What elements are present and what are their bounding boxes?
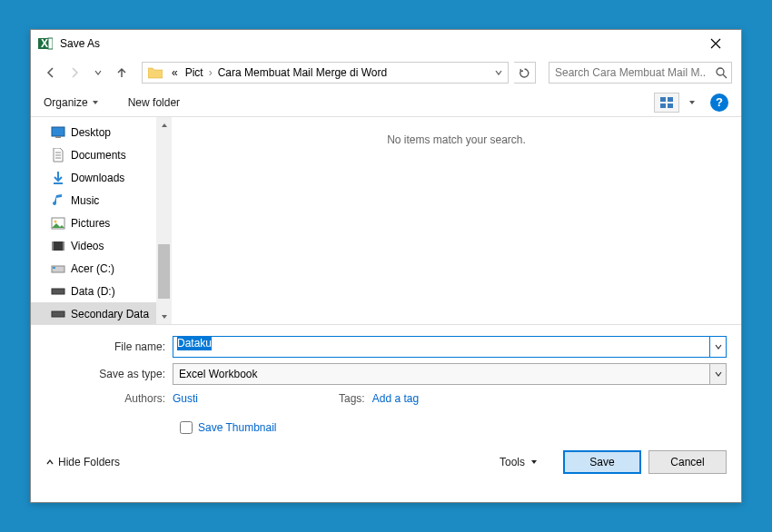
svg-rect-5 — [668, 97, 673, 102]
empty-message: No items match your search. — [387, 133, 526, 146]
tags-label: Tags: — [339, 392, 365, 405]
svg-rect-8 — [52, 127, 64, 136]
tree-label: Videos — [71, 240, 104, 252]
search-box[interactable] — [549, 62, 732, 84]
authors-value[interactable]: Gusti — [173, 392, 198, 405]
svg-rect-12 — [52, 241, 64, 251]
nav-tree[interactable]: Desktop Documents Downloads Music Pictur… — [31, 117, 172, 324]
documents-icon — [51, 148, 65, 163]
tree-item-music[interactable]: Music — [31, 189, 172, 212]
scroll-thumb[interactable] — [158, 244, 170, 299]
up-button[interactable] — [113, 64, 131, 82]
filename-input[interactable]: Dataku — [173, 336, 710, 358]
svg-rect-4 — [660, 97, 666, 102]
address-dropdown[interactable] — [490, 68, 508, 77]
help-button[interactable]: ? — [710, 94, 728, 112]
svg-point-11 — [54, 220, 57, 222]
tree-item-downloads[interactable]: Downloads — [31, 166, 172, 189]
footer: Hide Folders Tools Save Cancel — [31, 441, 741, 487]
tree-label: Acer (C:) — [71, 262, 114, 275]
tree-item-drive-d[interactable]: Data (D:) — [31, 280, 172, 302]
tools-label: Tools — [500, 456, 525, 468]
breadcrumb-folder[interactable]: Cara Membuat Mail Merge di Word — [214, 66, 391, 79]
scroll-down-button[interactable] — [156, 309, 172, 324]
refresh-button[interactable] — [514, 62, 536, 84]
svg-rect-18 — [52, 311, 64, 317]
svg-rect-9 — [55, 136, 61, 138]
tree-label: Desktop — [71, 126, 111, 139]
svg-text:X: X — [41, 37, 48, 50]
breadcrumb-prefix: « — [168, 66, 182, 79]
breadcrumb-pict[interactable]: Pict — [182, 66, 207, 79]
svg-rect-1 — [48, 38, 53, 49]
save-label: Save — [589, 456, 614, 468]
svg-rect-6 — [660, 103, 666, 108]
tree-label: Music — [71, 194, 99, 207]
view-dropdown[interactable] — [688, 96, 701, 109]
close-button[interactable] — [698, 30, 734, 57]
tree-scrollbar[interactable] — [156, 117, 172, 324]
videos-icon — [51, 239, 65, 253]
dialog-body: Desktop Documents Downloads Music Pictur… — [31, 117, 741, 324]
organize-menu[interactable]: Organize — [44, 96, 99, 109]
cancel-button[interactable]: Cancel — [648, 450, 727, 474]
new-folder-button[interactable]: New folder — [128, 96, 180, 109]
tree-label: Documents — [71, 149, 126, 162]
tree-item-desktop[interactable]: Desktop — [31, 121, 172, 143]
savetype-select[interactable]: Excel Workbook — [173, 363, 710, 385]
tree-label: Data (D:) — [71, 285, 115, 298]
breadcrumb-sep: › — [207, 66, 214, 79]
window-title: Save As — [60, 37, 698, 50]
tree-label: Secondary Data — [71, 308, 149, 320]
tree-item-documents[interactable]: Documents — [31, 143, 172, 166]
recent-dropdown[interactable] — [89, 64, 107, 82]
tree-label: Pictures — [71, 217, 110, 230]
tools-menu[interactable]: Tools — [500, 456, 538, 468]
search-input[interactable] — [549, 66, 711, 79]
tree-item-drive-c[interactable]: Acer (C:) — [31, 257, 172, 280]
save-thumbnail-label[interactable]: Save Thumbnail — [198, 421, 277, 434]
hide-folders-label: Hide Folders — [58, 456, 120, 468]
svg-rect-7 — [668, 103, 673, 108]
pictures-icon — [51, 216, 65, 231]
organize-label: Organize — [44, 96, 88, 109]
file-list-pane[interactable]: No items match your search. — [172, 117, 741, 324]
tags-value[interactable]: Add a tag — [372, 392, 419, 405]
svg-rect-14 — [63, 241, 64, 251]
savetype-label: Save as type: — [45, 368, 173, 380]
nav-row: « Pict › Cara Membuat Mail Merge di Word — [31, 57, 741, 88]
folder-icon — [146, 64, 164, 82]
downloads-icon — [51, 171, 65, 185]
svg-rect-16 — [53, 267, 55, 269]
music-icon — [51, 193, 65, 208]
filename-label: File name: — [45, 340, 173, 353]
savetype-dropdown[interactable] — [710, 363, 727, 385]
save-thumbnail-checkbox[interactable] — [180, 421, 193, 434]
chevron-down-icon — [530, 458, 538, 466]
chevron-up-icon — [45, 458, 54, 467]
filename-dropdown[interactable] — [710, 336, 727, 358]
svg-rect-13 — [52, 241, 54, 251]
form-area: File name: Dataku Save as type: Excel Wo… — [31, 324, 741, 441]
tree-item-pictures[interactable]: Pictures — [31, 212, 172, 234]
search-icon[interactable] — [711, 67, 731, 79]
save-button[interactable]: Save — [563, 450, 641, 474]
svg-rect-17 — [52, 289, 64, 294]
savetype-value: Excel Workbook — [179, 368, 257, 380]
filename-value: Dataku — [177, 336, 212, 350]
tree-item-videos[interactable]: Videos — [31, 234, 172, 257]
tree-item-secondary[interactable]: Secondary Data — [31, 302, 172, 324]
drive-icon — [51, 261, 65, 276]
hide-folders-toggle[interactable]: Hide Folders — [45, 456, 120, 468]
drive-icon — [51, 307, 65, 321]
view-mode-button[interactable] — [654, 93, 679, 113]
chevron-down-icon — [92, 96, 99, 109]
scroll-up-button[interactable] — [156, 117, 172, 133]
save-as-dialog: X Save As « Pict › Cara Membuat Mail Mer… — [30, 29, 742, 503]
cancel-label: Cancel — [670, 456, 704, 468]
back-button[interactable] — [42, 64, 60, 82]
address-bar[interactable]: « Pict › Cara Membuat Mail Merge di Word — [142, 62, 509, 84]
forward-button — [65, 64, 84, 82]
titlebar: X Save As — [31, 30, 741, 57]
toolbar: Organize New folder ? — [31, 88, 741, 117]
